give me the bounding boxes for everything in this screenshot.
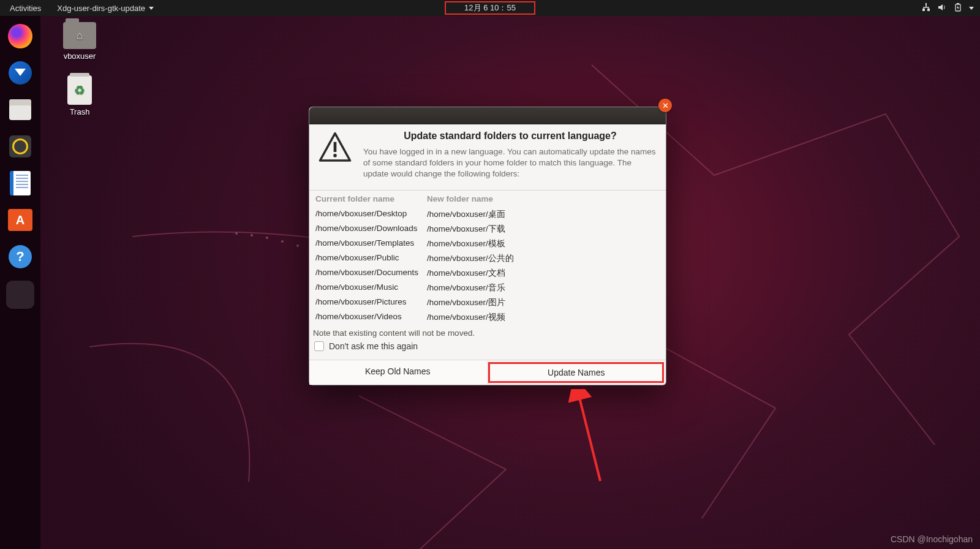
dock: A ? <box>0 16 40 549</box>
svg-rect-10 <box>334 142 337 152</box>
clock-area[interactable]: 12月 6 10：55 <box>445 0 535 16</box>
cell-current: /home/vboxuser/Documents <box>315 268 427 279</box>
col-header-new: New folder name <box>427 194 493 203</box>
dock-item-firefox[interactable] <box>6 22 34 50</box>
desktop-icon-home[interactable]: ⌂ vboxuser <box>55 22 104 61</box>
cell-current: /home/vboxuser/Desktop <box>315 209 427 220</box>
svg-point-9 <box>296 244 299 247</box>
update-folders-dialog: ✕ Update standard folders to current lan… <box>309 107 666 385</box>
desktop-icon-trash[interactable]: ♻ Trash <box>55 75 104 116</box>
svg-point-6 <box>251 234 253 237</box>
desktop-icons: ⌂ vboxuser ♻ Trash <box>55 22 104 131</box>
close-icon: ✕ <box>662 101 669 110</box>
dialog-title: Update standard folders to current langu… <box>363 131 657 142</box>
thunderbird-icon <box>9 61 32 85</box>
watermark: CSDN @Inochigohan <box>891 534 973 544</box>
dock-item-software[interactable]: A <box>6 206 34 234</box>
dock-item-running-app[interactable] <box>6 281 34 309</box>
dock-item-rhythmbox[interactable] <box>6 132 34 161</box>
cell-new: /home/vboxuser/图片 <box>427 297 505 308</box>
files-icon <box>9 99 31 120</box>
table-row: /home/vboxuser/Desktop/home/vboxuser/桌面 <box>309 207 666 222</box>
svg-point-8 <box>281 240 284 243</box>
help-icon: ? <box>9 245 32 268</box>
table-row: /home/vboxuser/Public/home/vboxuser/公共的 <box>309 251 666 266</box>
activities-button[interactable]: Activities <box>0 4 51 13</box>
system-status-area[interactable] <box>921 2 980 14</box>
trash-icon: ♻ <box>67 75 92 105</box>
firefox-icon <box>8 24 32 48</box>
close-button[interactable]: ✕ <box>658 99 672 112</box>
cell-current: /home/vboxuser/Public <box>315 253 427 264</box>
cell-new: /home/vboxuser/音乐 <box>427 282 505 293</box>
desktop-icon-trash-label: Trash <box>55 107 104 116</box>
rhythmbox-icon <box>9 135 31 157</box>
table-row: /home/vboxuser/Documents/home/vboxuser/文… <box>309 266 666 281</box>
update-names-button[interactable]: Update Names <box>488 362 665 384</box>
cell-new: /home/vboxuser/桌面 <box>427 209 505 220</box>
chevron-down-icon <box>969 7 974 10</box>
svg-point-7 <box>266 237 268 239</box>
network-icon <box>921 2 931 14</box>
cell-new: /home/vboxuser/模板 <box>427 238 505 249</box>
chevron-down-icon <box>149 7 154 10</box>
clock-label: 12月 6 10：55 <box>445 1 535 15</box>
desktop-icon-home-label: vboxuser <box>55 51 104 61</box>
svg-rect-4 <box>957 3 959 4</box>
warning-icon <box>318 131 352 180</box>
cell-new: /home/vboxuser/公共的 <box>427 253 514 264</box>
table-row: /home/vboxuser/Videos/home/vboxuser/视频 <box>309 310 666 325</box>
app-menu-label: Xdg-user-dirs-gtk-update <box>57 4 145 13</box>
cell-current: /home/vboxuser/Downloads <box>315 224 427 235</box>
folder-table: Current folder name New folder name /hom… <box>309 190 666 325</box>
table-row: /home/vboxuser/Templates/home/vboxuser/模… <box>309 237 666 251</box>
volume-icon <box>937 2 947 14</box>
dock-item-thunderbird[interactable] <box>6 59 34 87</box>
dock-item-writer[interactable] <box>6 169 34 197</box>
software-icon: A <box>8 209 32 231</box>
dialog-body: You have logged in in a new language. Yo… <box>363 146 657 180</box>
app-menu-button[interactable]: Xdg-user-dirs-gtk-update <box>51 4 160 13</box>
dock-item-files[interactable] <box>6 96 34 124</box>
cell-new: /home/vboxuser/文档 <box>427 268 505 279</box>
home-folder-icon: ⌂ <box>63 22 96 49</box>
dock-item-help[interactable]: ? <box>6 243 34 271</box>
cell-current: /home/vboxuser/Templates <box>315 238 427 249</box>
table-row: /home/vboxuser/Music/home/vboxuser/音乐 <box>309 281 666 295</box>
cell-new: /home/vboxuser/视频 <box>427 312 505 323</box>
svg-point-11 <box>333 154 337 157</box>
keep-old-names-button[interactable]: Keep Old Names <box>309 360 486 385</box>
cell-current: /home/vboxuser/Videos <box>315 312 427 323</box>
table-row: /home/vboxuser/Pictures/home/vboxuser/图片 <box>309 295 666 310</box>
dont-ask-label: Don't ask me this again <box>329 341 418 351</box>
col-header-current: Current folder name <box>315 194 427 203</box>
svg-rect-1 <box>922 9 925 11</box>
dont-ask-checkbox[interactable]: Don't ask me this again <box>309 339 666 360</box>
svg-rect-2 <box>927 9 930 11</box>
battery-icon <box>953 2 963 14</box>
writer-icon <box>10 171 31 195</box>
table-row: /home/vboxuser/Downloads/home/vboxuser/下… <box>309 222 666 237</box>
cell-current: /home/vboxuser/Pictures <box>315 297 427 308</box>
dialog-note: Note that existing content will not be m… <box>309 325 666 339</box>
dialog-titlebar[interactable]: ✕ <box>309 107 666 124</box>
annotation-arrow <box>545 389 619 490</box>
cell-new: /home/vboxuser/下载 <box>427 224 505 235</box>
cell-current: /home/vboxuser/Music <box>315 282 427 293</box>
svg-line-12 <box>579 395 600 481</box>
top-bar: Activities Xdg-user-dirs-gtk-update 12月 … <box>0 0 980 16</box>
checkbox-icon <box>314 341 324 351</box>
svg-point-5 <box>235 232 238 235</box>
